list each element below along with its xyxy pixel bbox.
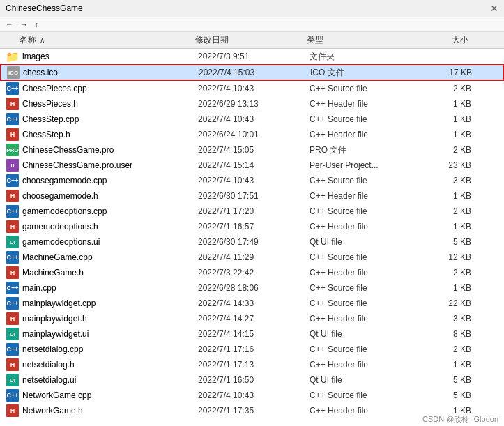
table-row[interactable]: C++ mainplaywidget.cpp 2022/7/4 14:33 C+… — [0, 296, 504, 311]
table-row[interactable]: C++ choosegamemode.cpp 2022/7/4 10:43 C+… — [0, 173, 504, 188]
file-type: C++ Source file — [310, 390, 421, 400]
file-size: 1 KB — [421, 222, 477, 231]
table-row[interactable]: H gamemodeoptions.h 2022/7/1 16:57 C++ H… — [0, 219, 504, 234]
file-name: MachineGame.cpp — [22, 252, 198, 262]
file-size: 1 KB — [421, 99, 477, 109]
cpp-icon: C++ — [6, 343, 19, 356]
file-date: 2022/7/4 10:43 — [198, 390, 310, 400]
file-type: C++ Header file — [310, 222, 421, 231]
cpp-icon: C++ — [6, 282, 19, 294]
file-size: 8 KB — [421, 329, 477, 339]
cpp-icon: C++ — [6, 82, 19, 95]
ui-icon: UI — [6, 328, 19, 340]
back-button[interactable]: ← — [3, 19, 16, 30]
toolbar: ← → ↑ — [0, 17, 504, 32]
table-row[interactable]: UI netsetdialog.ui 2022/7/1 16:50 Qt UI … — [0, 372, 504, 388]
cpp-icon: C++ — [6, 297, 19, 310]
file-type: C++ Source file — [310, 252, 421, 262]
file-type: Qt UI file — [310, 329, 421, 339]
table-row[interactable]: C++ ChessStep.cpp 2022/7/4 10:43 C++ Sou… — [0, 112, 504, 127]
table-row[interactable]: C++ ChessPieces.cpp 2022/7/4 10:43 C++ S… — [0, 81, 504, 96]
file-name: choosegamemode.cpp — [22, 176, 198, 185]
file-type: C++ Source file — [310, 176, 421, 185]
file-size: 12 KB — [421, 252, 477, 262]
file-type: Qt UI file — [310, 375, 421, 385]
file-name: mainplaywidget.ui — [22, 329, 198, 339]
table-row[interactable]: H netsetdialog.h 2022/7/1 17:13 C++ Head… — [0, 357, 504, 372]
file-name: MachineGame.h — [22, 268, 198, 277]
file-name: ChineseChessGame.pro.user — [22, 160, 198, 170]
file-date: 2022/7/3 9:51 — [198, 52, 310, 61]
file-size: 1 KB — [421, 130, 477, 139]
file-name: mainplaywidget.cpp — [22, 298, 198, 308]
table-row[interactable]: H MachineGame.h 2022/7/3 22:42 C++ Heade… — [0, 265, 504, 280]
table-row[interactable]: C++ MachineGame.cpp 2022/7/4 11:29 C++ S… — [0, 250, 504, 265]
table-row[interactable]: C++ main.cpp 2022/6/28 18:06 C++ Source … — [0, 280, 504, 296]
file-size: 5 KB — [421, 237, 477, 247]
prouser-icon: U — [6, 159, 19, 172]
file-date: 2022/7/1 17:20 — [198, 206, 310, 216]
table-row[interactable]: H mainplaywidget.h 2022/7/4 14:27 C++ He… — [0, 311, 504, 326]
file-size: 2 KB — [421, 145, 477, 155]
file-type: Per-User Project... — [310, 160, 421, 170]
h-icon: H — [6, 190, 19, 202]
file-size: 3 KB — [421, 176, 477, 185]
file-size: 22 KB — [421, 298, 477, 308]
file-date: 2022/6/29 13:13 — [198, 99, 310, 109]
header-row: 名称 ∧ 修改日期 类型 大小 — [0, 32, 504, 49]
file-name: gamemodeoptions.h — [22, 222, 198, 231]
table-row[interactable]: H choosegamemode.h 2022/6/30 17:51 C++ H… — [0, 188, 504, 204]
file-type: C++ Header file — [310, 314, 421, 324]
table-row[interactable]: C++ gamemodeoptions.cpp 2022/7/1 17:20 C… — [0, 204, 504, 219]
table-row[interactable]: PRO ChineseChessGame.pro 2022/7/4 15:05 … — [0, 142, 504, 158]
table-row[interactable]: UI gamemodeoptions.ui 2022/6/30 17:49 Qt… — [0, 234, 504, 250]
title-bar: ChineseChessGame ✕ — [0, 0, 504, 17]
file-date: 2022/7/4 10:43 — [198, 84, 310, 93]
file-type: 文件夹 — [310, 51, 421, 63]
column-date[interactable]: 修改日期 — [195, 34, 307, 46]
file-date: 2022/7/4 14:27 — [198, 314, 310, 324]
table-row[interactable]: ICO chess.ico 2022/7/4 15:03 ICO 文件 17 K… — [0, 64, 504, 81]
column-size[interactable]: 大小 — [418, 34, 474, 46]
file-size: 1 KB — [421, 191, 477, 201]
file-type: PRO 文件 — [310, 144, 421, 156]
file-date: 2022/6/28 18:06 — [198, 283, 310, 293]
file-size: 17 KB — [422, 68, 478, 77]
file-size: 2 KB — [421, 84, 477, 93]
file-type: C++ Header file — [310, 191, 421, 201]
file-name: netsetdialog.ui — [22, 375, 198, 385]
column-name[interactable]: 名称 ∧ — [0, 34, 195, 46]
cpp-icon: C++ — [6, 113, 19, 125]
table-row[interactable]: 📁 images 2022/7/3 9:51 文件夹 — [0, 49, 504, 64]
file-type: C++ Header file — [310, 99, 421, 109]
table-row[interactable]: H ChessPieces.h 2022/6/29 13:13 C++ Head… — [0, 96, 504, 112]
file-name: ChineseChessGame.pro — [22, 145, 198, 155]
file-type: C++ Header file — [310, 360, 421, 370]
file-date: 2022/7/4 15:05 — [198, 145, 310, 155]
file-type: C++ Source file — [310, 114, 421, 124]
table-row[interactable]: H ChessStep.h 2022/6/24 10:01 C++ Header… — [0, 127, 504, 142]
file-size: 2 KB — [421, 344, 477, 354]
table-row[interactable]: C++ netsetdialog.cpp 2022/7/1 17:16 C++ … — [0, 342, 504, 357]
table-row[interactable]: UI mainplaywidget.ui 2022/7/4 14:15 Qt U… — [0, 326, 504, 342]
file-date: 2022/7/4 15:03 — [199, 68, 310, 77]
file-date: 2022/7/1 16:50 — [198, 375, 310, 385]
file-name: gamemodeoptions.ui — [22, 237, 198, 247]
file-name: NetworkGame.cpp — [22, 390, 198, 400]
cpp-icon: C++ — [6, 251, 19, 264]
file-name: ChessStep.h — [22, 130, 198, 139]
forward-button[interactable]: → — [17, 19, 31, 30]
pro-icon: PRO — [6, 144, 19, 156]
file-name: chess.ico — [23, 68, 199, 77]
up-button[interactable]: ↑ — [32, 19, 42, 30]
table-row[interactable]: U ChineseChessGame.pro.user 2022/7/4 15:… — [0, 158, 504, 173]
file-type: C++ Source file — [310, 344, 421, 354]
cpp-icon: C++ — [6, 174, 19, 187]
file-size: 2 KB — [421, 206, 477, 216]
h-icon: H — [6, 404, 19, 417]
column-type[interactable]: 类型 — [307, 34, 418, 46]
file-size: 1 KB — [421, 360, 477, 370]
table-row[interactable]: C++ NetworkGame.cpp 2022/7/4 10:43 C++ S… — [0, 388, 504, 403]
close-icon[interactable]: ✕ — [490, 3, 498, 14]
file-date: 2022/7/4 14:33 — [198, 298, 310, 308]
